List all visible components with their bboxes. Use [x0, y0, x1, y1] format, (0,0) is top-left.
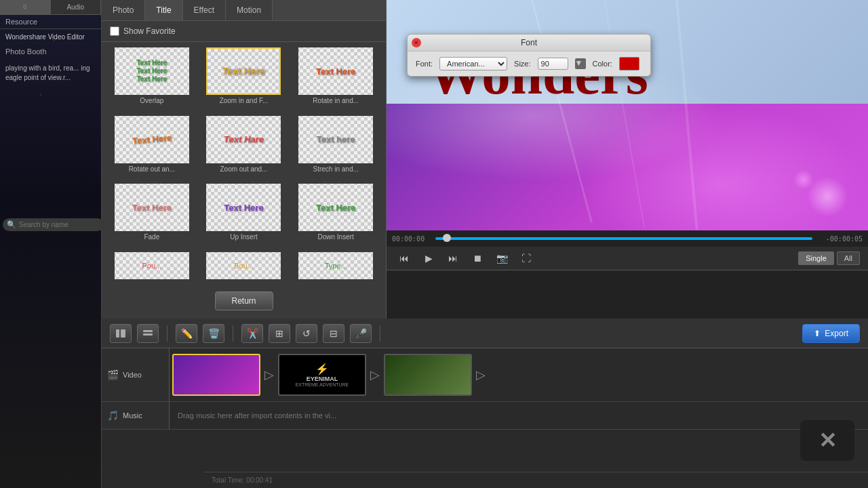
- font-select[interactable]: American...: [439, 57, 507, 70]
- size-stepper[interactable]: ▼: [575, 58, 586, 69]
- font-dialog-title: ✕ Font: [408, 35, 650, 52]
- effect-strech-in[interactable]: Text here Strech in and...: [291, 116, 380, 182]
- preview-time-start: 00:00:00: [392, 235, 433, 243]
- panel-tabs: Photo Title Effect Motion: [102, 0, 386, 21]
- video-clip-2[interactable]: ⚡ EYENIMAL EXTREME ADVENTURE: [278, 354, 366, 396]
- effect-thumb-up-insert: Text Here: [206, 184, 281, 231]
- music-track-content: Drag music here after import contents in…: [170, 402, 868, 429]
- effect-thumb-overlap: Text HereText HereText Here: [115, 47, 189, 95]
- svg-rect-1: [121, 329, 125, 338]
- left-sidebar: 0 Audio Resource Wondershare Video Edito…: [0, 0, 102, 488]
- sidebar-text-content: playing with a bird, rea... ing eagle po…: [0, 58, 101, 88]
- preview-area: ✕ Font Font: American... Size: ▼ Color:: [387, 0, 868, 319]
- effect-label-up-insert: Up Insert: [230, 233, 258, 241]
- skip-forward-button[interactable]: ⏭: [443, 251, 462, 266]
- show-favorite-checkbox[interactable]: [110, 26, 119, 36]
- tab-photo[interactable]: Photo: [102, 0, 145, 20]
- show-favorite-label: Show Favorite: [123, 26, 176, 36]
- export-icon: ⬆: [814, 329, 821, 338]
- effect-rotate-in[interactable]: Text Here Rotate in and...: [291, 47, 380, 113]
- svg-rect-0: [116, 329, 119, 338]
- effect-more-3[interactable]: Type...: [291, 252, 380, 288]
- cut-button[interactable]: ✂️: [241, 324, 263, 343]
- effect-label-overlap: Overlap: [140, 97, 163, 104]
- effect-zoom-in[interactable]: Text Here Zoom in and F...: [199, 47, 289, 113]
- music-track-row: 🎵 Music Drag music here after import con…: [102, 402, 868, 430]
- effect-thumb-more-3: Type...: [298, 252, 373, 279]
- effect-thumb-down-insert: Text Here: [298, 184, 373, 231]
- video-clip-3[interactable]: [384, 354, 472, 396]
- stop-button[interactable]: ⏹: [468, 251, 487, 266]
- transition-2[interactable]: ▷: [370, 367, 380, 382]
- playback-controls: ⏮ ▶ ⏭ ⏹ 📷 ⛶ Single All: [387, 247, 868, 270]
- video-clip-1[interactable]: [172, 354, 260, 396]
- tab-effect[interactable]: Effect: [183, 0, 226, 20]
- audio-button[interactable]: 🎤: [350, 324, 372, 343]
- preview-scrubber-handle[interactable]: [443, 234, 451, 242]
- effect-thumb-zoom-in: Text Here: [206, 47, 281, 95]
- preview-progress-bar[interactable]: [435, 237, 812, 240]
- video-track-label: 🎬 Video: [102, 348, 170, 401]
- all-button[interactable]: All: [837, 251, 860, 265]
- search-bar[interactable]: 🔍: [3, 218, 104, 231]
- bottom-bar: Total Time: 00:00:41: [203, 472, 868, 488]
- single-button[interactable]: Single: [798, 251, 834, 265]
- effect-label-zoom-in: Zoom in and F...: [220, 97, 269, 104]
- screenshot-button[interactable]: 📷: [492, 251, 511, 266]
- export-label: Export: [825, 329, 848, 338]
- preview-scrubber-bar: 00:00:00 -00:00:05: [387, 230, 868, 247]
- effect-zoom-out[interactable]: Text Hare Zoom out and...: [199, 116, 289, 182]
- effect-more-1[interactable]: Pou...: [107, 252, 197, 288]
- font-dialog-close-button[interactable]: ✕: [412, 38, 421, 47]
- effect-down-insert[interactable]: Text Here Down Insert: [291, 184, 380, 249]
- effect-thumb-strech-in: Text here: [298, 116, 373, 163]
- search-input[interactable]: [19, 221, 100, 228]
- menu-item-photobooth[interactable]: Photo Booth: [0, 45, 101, 58]
- effect-rotate-out[interactable]: Text Here Rotate out an...: [107, 116, 197, 182]
- skip-back-button[interactable]: ⏮: [395, 251, 414, 266]
- transition-3[interactable]: ▷: [476, 367, 486, 382]
- tab-title[interactable]: Title: [145, 0, 182, 20]
- delete-overlay[interactable]: ✕: [800, 420, 854, 461]
- delete-button[interactable]: 🗑️: [203, 324, 224, 343]
- color-swatch[interactable]: [619, 57, 639, 70]
- effect-label-strech-in: Strech in and...: [313, 165, 359, 173]
- music-label-text: Music: [123, 411, 142, 420]
- effect-thumb-more-2: Bou...: [206, 252, 281, 279]
- tab-audio[interactable]: Audio: [51, 0, 102, 14]
- effect-thumb-more-1: Pou...: [115, 252, 189, 279]
- timeline-view-button[interactable]: [137, 324, 159, 343]
- tab-motion[interactable]: Motion: [226, 0, 273, 20]
- color-label: Color:: [593, 60, 612, 68]
- edit-button[interactable]: ✏️: [176, 324, 197, 343]
- svg-rect-3: [143, 333, 153, 336]
- preview-time-end: -00:00:05: [815, 235, 863, 243]
- effect-up-insert[interactable]: Text Here Up Insert: [199, 184, 289, 249]
- single-all-group: Single All: [798, 251, 860, 265]
- effect-more-2[interactable]: Bou...: [199, 252, 289, 288]
- color-correct-button[interactable]: ⊟: [323, 324, 344, 343]
- return-button[interactable]: Return: [214, 291, 273, 310]
- effect-thumb-fade: Text Here: [115, 184, 189, 231]
- tab-0[interactable]: 0: [0, 0, 51, 14]
- clip-2-logo-text: EYENIMAL: [296, 375, 349, 382]
- fullscreen-button[interactable]: ⛶: [517, 251, 536, 266]
- play-button[interactable]: ▶: [419, 251, 438, 266]
- effect-fade[interactable]: Text Here Fade: [107, 184, 197, 249]
- svg-rect-2: [143, 330, 153, 332]
- rotate-button[interactable]: ↺: [296, 324, 317, 343]
- clip-2-subtitle: EXTREME ADVENTURE: [296, 382, 349, 387]
- font-size-input[interactable]: [538, 58, 568, 70]
- effect-label-rotate-out: Rotate out an...: [129, 165, 175, 173]
- font-label: Font:: [416, 60, 433, 68]
- size-label: Size:: [514, 60, 530, 68]
- tracks-area: 🎬 Video ▷ ⚡ EYENIMAL EXTREME ADVENTURE ▷…: [102, 348, 868, 430]
- crop-button[interactable]: ⊞: [269, 324, 290, 343]
- music-track-icon: 🎵: [107, 410, 119, 421]
- clip-view-button[interactable]: [110, 324, 132, 343]
- effect-overlap[interactable]: Text HereText HereText Here Overlap: [107, 47, 197, 113]
- effect-label-zoom-out: Zoom out and...: [220, 165, 267, 173]
- transition-1[interactable]: ▷: [264, 367, 274, 382]
- export-button[interactable]: ⬆ Export: [802, 324, 860, 343]
- show-favorite-row: Show Favorite: [102, 21, 386, 42]
